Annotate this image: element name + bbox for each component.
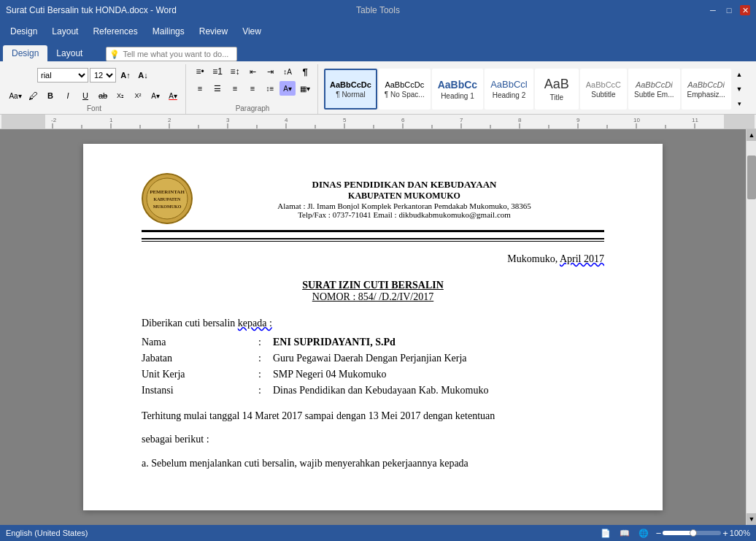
- case-button[interactable]: Aa▾: [7, 88, 23, 103]
- italic-button[interactable]: I: [60, 88, 76, 103]
- style-no-spacing[interactable]: AaBbCcDc ¶ No Spac...: [379, 69, 431, 110]
- zoom-slider-track[interactable]: [663, 531, 721, 535]
- app-window: Surat Cuti Bersalin tuk HONDA.docx - Wor…: [0, 0, 756, 541]
- svg-text:6: 6: [401, 117, 405, 123]
- styles-expand[interactable]: ▾: [731, 96, 747, 111]
- ribbon: Design Layout 💡 rial 1: [0, 42, 756, 115]
- style-heading1[interactable]: AaBbCc Heading 1: [432, 69, 483, 110]
- page-view-icon[interactable]: 📄: [599, 526, 612, 540]
- app-title: Surat Cuti Bersalin tuk HONDA.docx - Wor…: [6, 5, 177, 15]
- style-no-spacing-preview: AaBbCcDc: [385, 80, 424, 89]
- increase-font-size-button[interactable]: A↑: [117, 68, 134, 83]
- maximize-button[interactable]: □: [724, 5, 734, 15]
- style-title[interactable]: AaB Title: [535, 69, 579, 110]
- menu-references[interactable]: References: [85, 23, 144, 39]
- close-button[interactable]: ✕: [740, 5, 750, 15]
- read-mode-icon[interactable]: 📖: [618, 526, 631, 540]
- value-nama: ENI SUPRIDAYANTI, S.Pd: [273, 337, 604, 348]
- align-left-button[interactable]: ≡: [192, 81, 208, 96]
- svg-text:PEMERINTAH: PEMERINTAH: [150, 189, 185, 195]
- styles-scroll-up[interactable]: ▲: [731, 67, 747, 82]
- scroll-up-button[interactable]: ▲: [747, 129, 756, 141]
- menu-mailings[interactable]: Mailings: [145, 23, 192, 39]
- decrease-indent-button[interactable]: ⇤: [244, 64, 261, 79]
- bold-button[interactable]: B: [42, 88, 58, 103]
- scroll-thumb[interactable]: [747, 156, 756, 199]
- divider-thick: [142, 238, 604, 239]
- strikethrough-button[interactable]: ab: [95, 88, 111, 103]
- superscript-button[interactable]: X²: [130, 88, 146, 103]
- search-box[interactable]: 💡: [106, 47, 237, 61]
- line-spacing-button[interactable]: ↕≡: [262, 81, 278, 96]
- tab-layout[interactable]: Layout: [47, 45, 91, 61]
- shading-button[interactable]: A▾: [279, 81, 296, 96]
- search-input[interactable]: [123, 50, 234, 58]
- context-label: Table Tools: [356, 5, 400, 15]
- scroll-down-button[interactable]: ▼: [747, 513, 756, 525]
- align-right-button[interactable]: ≡: [227, 81, 243, 96]
- svg-rect-1: [1, 115, 45, 129]
- style-heading2[interactable]: AaBbCcl Heading 2: [485, 69, 533, 110]
- zoom-in-button[interactable]: +: [722, 528, 728, 539]
- style-subtitle[interactable]: AaBbCcC Subtitle: [580, 69, 627, 110]
- menu-review[interactable]: Review: [192, 23, 235, 39]
- date-text: Mukomuko, April 2017: [507, 253, 604, 264]
- style-h1-label: Heading 1: [441, 92, 474, 100]
- minimize-button[interactable]: ─: [708, 5, 718, 15]
- style-subtitle-label: Subtitle: [591, 91, 615, 99]
- show-formatting-button[interactable]: ¶: [297, 64, 313, 79]
- document-page: PEMERINTAH KABUPATEN MUKOMUKO DINAS PEND…: [83, 144, 663, 510]
- info-row-instansi: Instansi : Dinas Pendidikan dan Kebudaya…: [142, 385, 604, 396]
- main-content: PEMERINTAH KABUPATEN MUKOMUKO DINAS PEND…: [0, 129, 746, 525]
- justify-button[interactable]: ≡: [244, 81, 261, 96]
- style-h2-label: Heading 2: [493, 91, 526, 99]
- doc-body: Terhitung mulai tanggal 14 Maret 2017 sa…: [142, 408, 604, 472]
- menu-design[interactable]: Design: [3, 23, 45, 39]
- clear-format-button[interactable]: 🖊: [25, 88, 41, 103]
- style-h2-preview: AaBbCcl: [490, 79, 528, 90]
- svg-text:MUKOMUKO: MUKOMUKO: [153, 204, 182, 209]
- decrease-font-size-button[interactable]: A↓: [135, 68, 151, 83]
- styles-scroll-down[interactable]: ▼: [731, 82, 747, 96]
- increase-indent-button[interactable]: ⇥: [262, 64, 278, 79]
- lightbulb-icon: 💡: [109, 50, 120, 59]
- date-location: Mukomuko, April 2017: [142, 253, 604, 265]
- svg-rect-2: [724, 115, 755, 129]
- tab-design[interactable]: Design: [3, 45, 47, 61]
- numbering-button[interactable]: ≡1: [209, 64, 225, 79]
- subscript-button[interactable]: X₂: [112, 88, 128, 103]
- sort-button[interactable]: ↕A: [279, 64, 296, 79]
- info-row-nama: Nama : ENI SUPRIDAYANTI, S.Pd: [142, 337, 604, 348]
- label-instansi: Instansi: [142, 385, 258, 396]
- style-normal[interactable]: AaBbCcDc ¶ Normal: [324, 69, 377, 110]
- value-unit: SMP Negeri 04 Mukomuko: [273, 369, 604, 380]
- multilevel-button[interactable]: ≡↕: [227, 64, 243, 79]
- font-size-selector[interactable]: 12: [90, 68, 116, 83]
- scroll-track[interactable]: [747, 141, 756, 513]
- svg-text:1: 1: [109, 117, 113, 123]
- font-color-button[interactable]: A▾: [165, 88, 181, 103]
- text-highlight-button[interactable]: A▾: [147, 88, 163, 103]
- svg-text:5: 5: [343, 117, 347, 123]
- underline-button[interactable]: U: [77, 88, 93, 103]
- status-bar: English (United States) 📄 📖 🌐 − + 100%: [0, 525, 756, 541]
- style-emphasis-label: Emphasiz...: [687, 91, 725, 99]
- border-button[interactable]: ▦▾: [297, 81, 313, 96]
- font-selector[interactable]: rial: [37, 68, 88, 83]
- svg-text:7: 7: [460, 117, 463, 123]
- doc-title-section: SURAT IZIN CUTI BERSALIN NOMOR : 854/ /D…: [142, 280, 604, 303]
- svg-text:9: 9: [576, 117, 580, 123]
- ribbon-tabs: Design Layout 💡: [0, 42, 756, 61]
- style-emphasis[interactable]: AaBbCcDi Emphasiz...: [682, 69, 731, 110]
- menu-layout[interactable]: Layout: [45, 23, 85, 39]
- styles-list: AaBbCcDc ¶ Normal AaBbCcDc ¶ No Spac... …: [324, 69, 731, 110]
- value-jabatan: Guru Pegawai Daerah Dengan Perjanjian Ke…: [273, 353, 604, 364]
- style-subtle-em[interactable]: AaBbCcDi Subtle Em...: [628, 69, 679, 110]
- menu-view[interactable]: View: [235, 23, 269, 39]
- zoom-slider-thumb[interactable]: [690, 529, 697, 537]
- web-view-icon[interactable]: 🌐: [637, 526, 650, 540]
- document-scroll[interactable]: PEMERINTAH KABUPATEN MUKOMUKO DINAS PEND…: [0, 129, 746, 525]
- zoom-out-button[interactable]: −: [656, 528, 662, 539]
- align-center-button[interactable]: ☰: [209, 81, 225, 96]
- bullets-button[interactable]: ≡•: [192, 64, 208, 79]
